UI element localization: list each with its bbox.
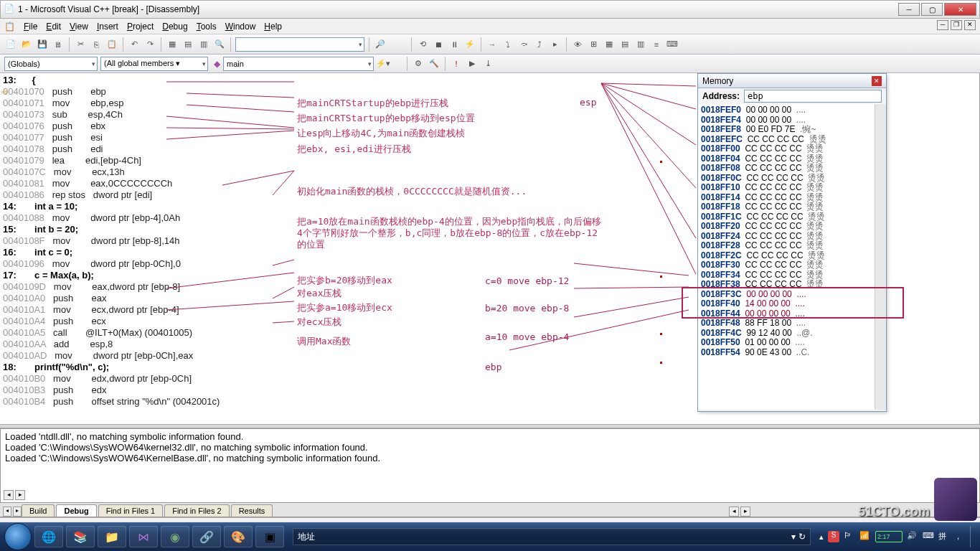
memory-row[interactable]: 0018FF0C CC CC CC CC 烫烫: [701, 174, 883, 184]
taskbar-vs-icon[interactable]: ⋈: [129, 526, 158, 547]
menu-view[interactable]: View: [70, 22, 88, 32]
function-combo[interactable]: main: [223, 57, 374, 71]
cut-icon[interactable]: ✂: [74, 38, 87, 51]
taskbar-explorer-icon[interactable]: 📁: [98, 526, 126, 547]
memory-row[interactable]: 0018FEFC CC CC CC CC 烫烫: [701, 135, 883, 145]
memory-row[interactable]: 0018FF44 00 00 00 00 ....: [701, 309, 883, 319]
stop-debug-icon[interactable]: ⏹: [432, 38, 445, 51]
window-list-icon[interactable]: ▥: [197, 38, 210, 51]
menu-debug[interactable]: Debug: [162, 22, 187, 32]
taskbar-library-icon[interactable]: 📚: [66, 526, 95, 547]
tray-up-icon[interactable]: ▴: [819, 532, 824, 542]
output-tab-find-in-files-1[interactable]: Find in Files 1: [98, 504, 163, 517]
memory-row[interactable]: 0018FF10 CC CC CC CC 烫烫: [701, 183, 883, 193]
memory-row[interactable]: 0018FF08 CC CC CC CC 烫烫: [701, 164, 883, 174]
menu-help[interactable]: Help: [264, 22, 282, 32]
output-tab-build[interactable]: Build: [22, 504, 55, 517]
memory-row[interactable]: 0018FEF0 00 00 00 00 ....: [701, 105, 883, 116]
taskbar-paint-icon[interactable]: 🎨: [224, 526, 253, 547]
show-next-icon[interactable]: →: [486, 38, 499, 51]
find-combo[interactable]: [235, 37, 364, 52]
step-into-icon[interactable]: ⤵: [501, 38, 514, 51]
output-tab-debug[interactable]: Debug: [56, 504, 96, 517]
menu-project[interactable]: Project: [127, 22, 154, 32]
members-combo[interactable]: (All global members ▾: [100, 57, 208, 71]
tray-network-icon[interactable]: 📶: [859, 531, 871, 542]
workspace-icon[interactable]: ▦: [166, 38, 179, 51]
memory-row[interactable]: 0018FF40 14 00 00 00 ....: [701, 299, 883, 309]
taskbar-evernote-icon[interactable]: ◉: [161, 526, 189, 547]
menu-file[interactable]: File: [24, 22, 37, 32]
memory-title-bar[interactable]: Memory ✕: [698, 74, 886, 88]
memory-row[interactable]: 0018FF30 CC CC CC CC 烫烫: [701, 260, 883, 270]
registers-icon[interactable]: ▤: [618, 38, 631, 51]
find-icon[interactable]: 🔍: [213, 38, 226, 51]
save-all-icon[interactable]: 🗎: [52, 38, 65, 51]
callstack-icon[interactable]: ≡: [650, 38, 663, 51]
memory-row[interactable]: 0018FF50 01 00 00 00 ....: [701, 338, 883, 348]
minimize-button[interactable]: ─: [898, 3, 920, 16]
memory-window[interactable]: Memory ✕ Address: 0018FEF0 00 00 00 00 .…: [697, 73, 887, 412]
output-scroll-left-icon[interactable]: ◂: [4, 490, 14, 500]
memory-row[interactable]: 0018FF38 CC CC CC CC 烫烫: [701, 280, 883, 290]
new-file-icon[interactable]: 📄: [4, 38, 17, 51]
tab-scroll-right-icon[interactable]: ▸: [740, 507, 750, 517]
memory-row[interactable]: 0018FEF8 00 E0 FD 7E .惋~: [701, 125, 883, 135]
search-icon[interactable]: 🔎: [374, 38, 387, 51]
tray-volume-icon[interactable]: 🔊: [907, 531, 918, 542]
quickwatch-icon[interactable]: 👁: [571, 38, 584, 51]
memory-row[interactable]: 0018FF34 CC CC CC CC 烫烫: [701, 270, 883, 281]
output-tab-find-in-files-2[interactable]: Find in Files 2: [164, 504, 229, 517]
step-out-icon[interactable]: ⤴: [533, 38, 546, 51]
tab-nav-right-icon[interactable]: ▸: [13, 507, 22, 517]
output-tab-results[interactable]: Results: [231, 504, 273, 517]
mdi-restore-button[interactable]: ❐: [951, 20, 962, 30]
output-icon[interactable]: ▤: [182, 38, 194, 51]
open-icon[interactable]: 📂: [20, 38, 33, 51]
build-icon[interactable]: 🔨: [428, 57, 440, 70]
memory-row[interactable]: 0018FF3C 00 00 00 00 ....: [701, 290, 883, 300]
undo-icon[interactable]: ↶: [128, 38, 141, 51]
memory-row[interactable]: 0018FF1C CC CC CC CC 烫烫: [701, 212, 883, 222]
disassembly-icon[interactable]: ⌨: [666, 38, 679, 51]
menu-insert[interactable]: Insert: [97, 22, 118, 32]
scope-combo[interactable]: (Globals): [4, 57, 98, 71]
stop-build-icon[interactable]: !: [450, 57, 463, 70]
output-pane[interactable]: Loaded 'ntdll.dll', no matching symbolic…: [0, 428, 980, 503]
memory-icon[interactable]: ▥: [634, 38, 647, 51]
tray-battery-icon[interactable]: 2:17: [875, 531, 903, 542]
taskbar-app2-icon[interactable]: ▣: [255, 526, 284, 547]
tray-punct-icon[interactable]: ，: [954, 531, 966, 542]
run-to-cursor-icon[interactable]: ▸: [549, 38, 562, 51]
mdi-close-button[interactable]: ✕: [964, 20, 976, 30]
memory-row[interactable]: 0018FEF4 00 00 00 00 ....: [701, 116, 883, 126]
paste-icon[interactable]: 📋: [105, 38, 118, 51]
taskbar-ie-icon[interactable]: 🌐: [34, 526, 63, 547]
memory-row[interactable]: 0018FF2C CC CC CC CC 烫烫: [701, 251, 883, 261]
memory-row[interactable]: 0018FF54 90 0E 43 00 ..C.: [701, 348, 883, 358]
output-scroll-right-icon[interactable]: ▸: [15, 490, 25, 500]
save-icon[interactable]: 💾: [36, 38, 49, 51]
memory-row[interactable]: 0018FF04 CC CC CC CC 烫烫: [701, 154, 883, 164]
memory-row[interactable]: 0018FF00 CC CC CC CC 烫烫: [701, 144, 883, 154]
menu-window[interactable]: Window: [225, 22, 256, 32]
show-desktop-button[interactable]: [970, 526, 976, 547]
memory-row[interactable]: 0018FF18 CC CC CC CC 烫烫: [701, 202, 883, 212]
break-icon[interactable]: ⏸: [448, 38, 461, 51]
memory-row[interactable]: 0018FF4C 99 12 40 00 ..@.: [701, 329, 883, 339]
memory-row[interactable]: 0018FF24 CC CC CC CC 烫烫: [701, 232, 883, 242]
start-button[interactable]: [4, 523, 32, 550]
redo-icon[interactable]: ↷: [143, 38, 156, 51]
mdi-minimize-button[interactable]: ─: [937, 20, 948, 30]
apply-changes-icon[interactable]: ⚡: [463, 38, 476, 51]
watch-icon[interactable]: ⊞: [587, 38, 600, 51]
memory-row[interactable]: 0018FF28 CC CC CC CC 烫烫: [701, 241, 883, 251]
memory-address-input[interactable]: [744, 90, 882, 103]
memory-body[interactable]: 0018FEF0 00 00 00 00 ....0018FEF4 00 00 …: [698, 104, 886, 410]
maximize-button[interactable]: ▢: [921, 3, 943, 16]
taskbar-address-dropdown-icon[interactable]: ▾: [791, 532, 796, 542]
taskbar-refresh-icon[interactable]: ↻: [798, 532, 806, 542]
copy-icon[interactable]: ⎘: [90, 38, 103, 51]
tray-flag-icon[interactable]: 🏳: [844, 531, 855, 542]
memory-close-icon[interactable]: ✕: [872, 76, 882, 86]
